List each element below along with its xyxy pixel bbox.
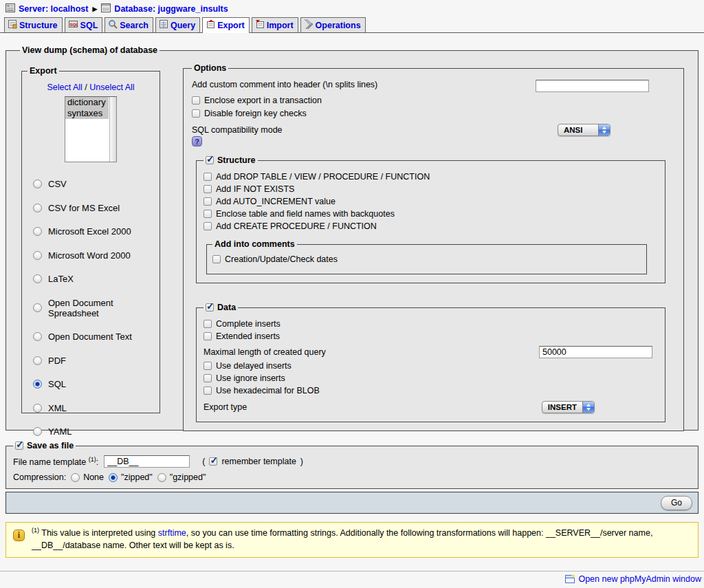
radio-icon[interactable]	[71, 473, 80, 482]
max-length-input[interactable]	[539, 346, 652, 358]
tab-import[interactable]: Import	[252, 17, 298, 32]
compression-gzipped-option[interactable]: "gzipped"	[157, 472, 206, 482]
checkbox-icon[interactable]	[204, 386, 212, 395]
format-option-ms-word[interactable]: Microsoft Word 2000	[33, 250, 154, 261]
table-multiselect[interactable]: dictionary syntaxes	[65, 96, 117, 162]
auto-increment-option[interactable]: Add AUTO_INCREMENT value	[204, 197, 658, 206]
comment-input[interactable]	[536, 80, 649, 92]
radio-icon[interactable]	[33, 356, 42, 365]
data-legend: Data	[204, 303, 238, 312]
open-new-window-link[interactable]: Open new phpMyAdmin window	[578, 574, 701, 584]
create-procedure-option[interactable]: Add CREATE PROCEDURE / FUNCTION	[204, 221, 658, 231]
go-button[interactable]: Go	[661, 496, 692, 510]
breadcrumb-database-link[interactable]: Database: juggware_insults	[114, 4, 228, 14]
compression-zipped-option[interactable]: "zipped"	[109, 472, 153, 482]
radio-icon[interactable]	[33, 427, 42, 436]
checkbox-icon[interactable]	[192, 96, 200, 105]
sql-compat-label: SQL compatibility mode	[192, 125, 283, 135]
compression-none-option[interactable]: None	[71, 472, 104, 482]
footnote-notice: i (1) This value is interpreted using st…	[6, 522, 698, 558]
breadcrumb-server-link[interactable]: Server: localhost	[19, 4, 88, 14]
complete-inserts-option[interactable]: Complete inserts	[204, 319, 658, 329]
checkbox-icon[interactable]	[212, 255, 221, 263]
extended-inserts-option[interactable]: Extended inserts	[204, 331, 658, 341]
radio-icon[interactable]	[33, 274, 42, 283]
radio-icon[interactable]	[157, 473, 166, 482]
footnote-before-link: This value is interpreted using	[41, 528, 155, 538]
unselect-all-link[interactable]: Unselect All	[89, 83, 134, 92]
checkbox-icon[interactable]	[204, 332, 212, 340]
transaction-option[interactable]: Enclose export in a transaction	[192, 96, 675, 105]
foreign-key-option[interactable]: Disable foreign key checks	[192, 109, 675, 118]
remember-template-checkbox[interactable]	[209, 457, 217, 466]
radio-icon[interactable]	[33, 204, 42, 213]
format-option-ods[interactable]: Open Document Spreadsheet	[33, 298, 154, 318]
tab-export[interactable]: Export	[202, 17, 250, 33]
tab-bar: Structure SQL SQL Search Query Export Im…	[0, 16, 704, 33]
tab-structure[interactable]: Structure	[4, 17, 63, 32]
checkbox-icon[interactable]	[204, 222, 212, 230]
format-radio-group: CSV CSV for MS Excel Microsoft Excel 200…	[33, 179, 154, 437]
tab-sql[interactable]: SQL SQL	[65, 17, 103, 32]
checkbox-icon[interactable]	[204, 320, 212, 328]
option-label: Add CREATE PROCEDURE / FUNCTION	[216, 221, 377, 231]
checkbox-icon[interactable]	[204, 362, 212, 370]
tab-query[interactable]: Query	[155, 17, 200, 32]
delayed-inserts-option[interactable]: Use delayed inserts	[204, 361, 658, 371]
data-checkbox[interactable]	[206, 303, 214, 312]
radio-icon[interactable]	[33, 303, 42, 312]
radio-icon[interactable]	[33, 251, 42, 260]
format-option-pdf[interactable]: PDF	[33, 356, 154, 366]
option-label: Use ignore inserts	[216, 373, 285, 383]
format-option-ms-excel[interactable]: Microsoft Excel 2000	[33, 226, 154, 237]
help-icon[interactable]: ?	[192, 136, 202, 146]
creation-dates-option[interactable]: Creation/Update/Check dates	[212, 254, 641, 264]
radio-icon[interactable]	[33, 404, 42, 413]
footnote-text: (1) This value is interpreted using strf…	[32, 526, 691, 552]
checkbox-icon[interactable]	[204, 185, 212, 193]
save-as-file-checkbox[interactable]	[15, 442, 23, 450]
drop-table-option[interactable]: Add DROP TABLE / VIEW / PROCEDURE / FUNC…	[204, 172, 658, 182]
compression-label: Compression:	[13, 472, 66, 482]
remember-template-group: ( remember template )	[202, 457, 303, 466]
checkbox-icon[interactable]	[192, 109, 200, 118]
hex-blob-option[interactable]: Use hexadecimal for BLOB	[204, 386, 658, 395]
format-option-xml[interactable]: XML	[33, 403, 154, 413]
checkbox-icon[interactable]	[204, 197, 212, 206]
format-label: CSV	[48, 179, 67, 189]
checkbox-icon[interactable]	[204, 173, 212, 181]
structure-checkbox[interactable]	[206, 156, 214, 164]
checkbox-icon[interactable]	[204, 210, 212, 218]
radio-icon[interactable]	[33, 332, 42, 341]
filename-template-input[interactable]	[104, 455, 190, 468]
format-option-csv[interactable]: CSV	[33, 179, 154, 189]
search-icon	[108, 19, 118, 31]
if-not-exists-option[interactable]: Add IF NOT EXISTS	[204, 184, 658, 194]
ignore-inserts-option[interactable]: Use ignore inserts	[204, 373, 658, 383]
tab-search[interactable]: Search	[104, 17, 153, 32]
radio-icon[interactable]	[33, 179, 42, 188]
export-type-select[interactable]: INSERT	[542, 401, 595, 413]
breadcrumb: Server: localhost ▶ Database: juggware_i…	[0, 0, 704, 16]
table-option[interactable]: dictionary	[65, 97, 109, 108]
strftime-link[interactable]: strftime	[158, 528, 186, 538]
table-option[interactable]: syntaxes	[65, 108, 109, 119]
list-scrollbar[interactable]	[109, 97, 116, 162]
format-option-yaml[interactable]: YAML	[33, 426, 154, 437]
format-option-csv-excel[interactable]: CSV for MS Excel	[33, 203, 154, 213]
format-option-sql[interactable]: SQL	[33, 379, 154, 389]
tab-operations[interactable]: Operations	[300, 17, 366, 32]
sql-compat-select[interactable]: ANSI	[558, 124, 610, 136]
sql-compat-value: ANSI	[558, 124, 598, 135]
tab-label: Operations	[316, 21, 361, 30]
format-option-latex[interactable]: LaTeX	[33, 274, 154, 284]
select-all-link[interactable]: Select All	[47, 83, 82, 92]
radio-icon[interactable]	[109, 473, 118, 482]
radio-icon[interactable]	[33, 380, 42, 389]
tab-label: Search	[120, 21, 148, 30]
paren-open: (	[202, 457, 205, 466]
radio-icon[interactable]	[33, 227, 42, 236]
format-option-odt[interactable]: Open Document Text	[33, 331, 154, 342]
backquotes-option[interactable]: Enclose table and field names with backq…	[204, 209, 658, 219]
checkbox-icon[interactable]	[204, 374, 212, 382]
